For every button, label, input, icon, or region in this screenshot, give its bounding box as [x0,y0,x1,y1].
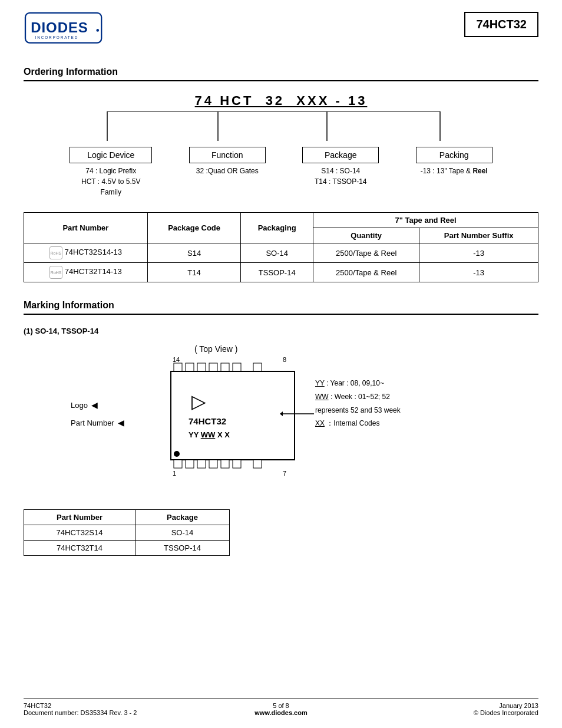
header-part-number: 74HCT32 [464,12,538,37]
footer-website: www.diodes.com [195,709,366,716]
svg-rect-28 [233,460,241,468]
logo-arrow: ◀ [91,400,98,410]
logic-device-box: Logic Device [70,147,152,163]
svg-marker-33 [280,411,283,416]
box-logic-device: Logic Device 74 : Logic PrefixHCT : 4.5V… [70,147,152,197]
box-function: Function 32 :Quad OR Gates [189,147,266,197]
diagram-lines [51,111,511,147]
ordering-diagram: 74 HCT 32 XXX - 13 Logic Device [24,93,538,197]
so14-label: (1) SO-14, TSSOP-14 [24,327,538,335]
th-suffix: Part Number Suffix [419,228,538,243]
footer-doc-number: Document number: DS35334 Rev. 3 - 2 [24,709,195,716]
xx-label: XX ：Internal Codes [315,417,401,430]
footer-date: January 2013 [367,702,538,709]
marking-section: Marking Information (1) SO-14, TSSOP-14 … [24,300,538,556]
box-packing: Packing -13 : 13" Tape & Reel [416,147,492,197]
qty-2: 2500/Tape & Reel [313,263,419,282]
package-box: Package [302,147,379,163]
represents-label: represents 52 and 53 week [315,404,401,417]
ordering-section: Ordering Information 74 HCT 32 XXX - 13 [24,67,538,282]
svg-rect-12 [186,363,194,371]
yy-label: YY : Year : 08, 09,10~ [315,377,401,390]
svg-point-2 [96,29,99,32]
ic-left-labels: Logo ◀ Part Number ◀ [71,400,124,427]
part-number-arrow: ◀ [118,418,124,427]
ordering-table: Part Number Package Code Packaging 7" Ta… [24,212,538,282]
ww-label: WW : Week : 01~52; 52 [315,390,401,404]
svg-text:INCORPORATED: INCORPORATED [35,35,79,39]
function-box: Function [189,147,266,163]
rohs-icon-2: RoHS [49,266,62,279]
table-row: RoHS 74HCT32T14-13 T14 TSSOP-14 2500/Tap… [24,263,538,282]
table-row: RoHS 74HCT32S14-13 S14 SO-14 2500/Tape &… [24,243,538,263]
svg-rect-29 [253,460,262,468]
svg-rect-14 [209,363,217,371]
m-part-1: 74HCT32S14 [24,525,135,541]
part-number-label-text: Part Number [71,419,114,427]
footer-page: 5 of 8 [195,702,366,709]
pkg-code-2: T14 [147,263,240,282]
svg-rect-23 [174,460,182,468]
ic-diagram-container: ( Top View ) 14 8 ▷ 74HCT32 [53,344,538,498]
svg-text:1: 1 [173,470,176,477]
part-number-label-row: Part Number ◀ [71,418,124,427]
packing-box: Packing [416,147,492,163]
svg-rect-24 [186,460,194,468]
packaging-2: TSSOP-14 [241,263,313,282]
footer-part-number: 74HCT32 [24,702,195,709]
logo-label-row: Logo ◀ [71,400,124,410]
marking-title: Marking Information [24,300,538,315]
svg-text:7: 7 [283,470,286,477]
package-detail: S14 : SO-14T14 : TSSOP-14 [302,166,379,187]
packing-detail: -13 : 13" Tape & Reel [416,166,492,176]
svg-text:DIODES: DIODES [31,19,88,35]
m-part-2: 74HCT32T14 [24,541,135,556]
th-part-number: Part Number [24,213,148,243]
svg-rect-17 [253,363,262,371]
ordering-title: Ordering Information [24,67,538,81]
mth-package: Package [135,510,229,525]
footer: 74HCT32 Document number: DS35334 Rev. 3 … [24,699,538,716]
th-package-code: Package Code [147,213,240,243]
th-tape-reel: 7" Tape and Reel [313,213,538,228]
logic-device-detail: 74 : Logic PrefixHCT : 4.5V to 5.5VFamil… [70,166,152,197]
ic-right-labels: YY : Year : 08, 09,10~ WW : Week : 01~52… [315,377,401,430]
header: DIODES INCORPORATED 74HCT32 [24,12,538,49]
mth-part-number: Part Number [24,510,135,525]
svg-rect-13 [197,363,206,371]
svg-text:▷: ▷ [191,391,206,412]
svg-rect-25 [197,460,206,468]
m-pkg-2: TSSOP-14 [135,541,229,556]
svg-text:74HCT32: 74HCT32 [189,416,226,426]
rohs-icon-1: RoHS [49,246,62,259]
box-package: Package S14 : SO-14T14 : TSSOP-14 [302,147,379,197]
footer-right: January 2013 © Diodes Incorporated [367,702,538,716]
table-row: 74HCT32T14 TSSOP-14 [24,541,230,556]
page: DIODES INCORPORATED 74HCT32 Ordering Inf… [0,0,562,728]
xx-arrow-svg [280,409,315,419]
function-detail: 32 :Quad OR Gates [189,166,266,176]
top-view-label: ( Top View ) [194,344,237,354]
suffix-1: -13 [419,243,538,263]
footer-copyright: © Diodes Incorporated [367,709,538,716]
svg-rect-26 [209,460,217,468]
diodes-logo: DIODES INCORPORATED [24,12,112,47]
logo-area: DIODES INCORPORATED [24,12,118,49]
m-pkg-1: SO-14 [135,525,229,541]
rohs-part-2: RoHS 74HCT32T14-13 [24,263,148,282]
website-text: www.diodes.com [254,709,307,716]
th-packaging: Packaging [241,213,313,243]
svg-text:8: 8 [283,356,286,363]
footer-center: 5 of 8 www.diodes.com [195,702,366,716]
svg-rect-27 [221,460,229,468]
footer-left: 74HCT32 Document number: DS35334 Rev. 3 … [24,702,195,716]
logo-label-text: Logo [71,401,88,410]
suffix-2: -13 [419,263,538,282]
table-row: 74HCT32S14 SO-14 [24,525,230,541]
svg-rect-16 [233,363,241,371]
qty-1: 2500/Tape & Reel [313,243,419,263]
svg-rect-11 [174,363,182,371]
svg-point-22 [174,451,180,457]
packaging-1: SO-14 [241,243,313,263]
svg-text:YY WW X X: YY WW X X [189,430,230,439]
